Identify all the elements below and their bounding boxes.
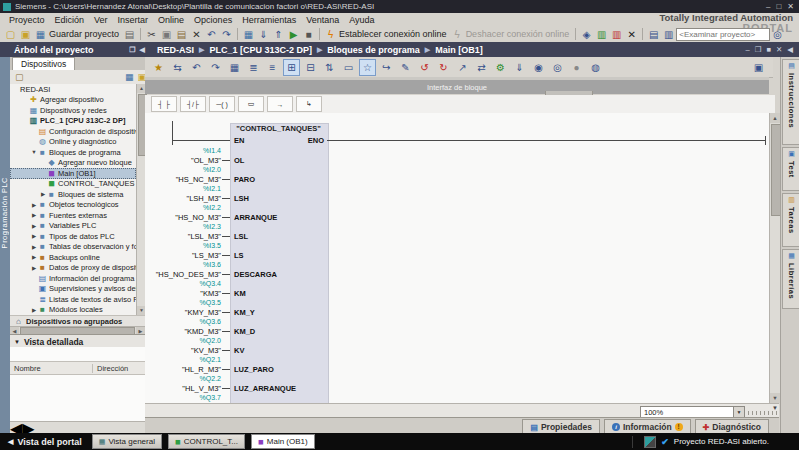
- tab-instrucciones[interactable]: ▤Instrucciones: [782, 59, 799, 145]
- menu-ver[interactable]: Ver: [89, 15, 113, 25]
- show-favorites-icon[interactable]: ☆: [359, 59, 376, 76]
- block-interface-splitter[interactable]: Interfaz de bloque: [145, 77, 769, 94]
- expander-icon[interactable]: ▶: [30, 244, 38, 250]
- taskbar-main-ob1[interactable]: ◼Main (OB1): [251, 434, 315, 449]
- tree-item-tipos-de-datos-plc[interactable]: ▶■Tipos de datos PLC: [10, 231, 136, 242]
- tree-new-item-icon[interactable]: ▢: [15, 72, 24, 82]
- breadcrumb-red-asi[interactable]: RED-ASI: [157, 45, 194, 55]
- column-direccion[interactable]: Dirección: [93, 364, 128, 373]
- tree-item-control-tanques-fc1[interactable]: ◼CONTROL_TANQUES [FC1]: [10, 179, 136, 190]
- tree-item-bloques-de-programa[interactable]: ▼■Bloques de programa: [10, 147, 136, 158]
- maximize-editor-icon[interactable]: ▣: [750, 59, 767, 76]
- pin-param[interactable]: KM_D: [234, 327, 255, 336]
- tree-item-listas-de-textos-de-aviso-plc[interactable]: ≣Listas de textos de aviso PLC: [10, 294, 136, 305]
- menu-herramientas[interactable]: Herramientas: [237, 15, 301, 25]
- update-block-calls-icon[interactable]: ↺: [416, 59, 433, 76]
- tree-item-plc-1-cpu-313c-2-dp[interactable]: ▥PLC_1 [CPU 313C-2 DP]: [10, 116, 136, 127]
- expander-icon[interactable]: ▶: [30, 212, 38, 218]
- tree-item-supervisiones-y-avisos-del-plc[interactable]: ▣Supervisiones y avisos del PLC: [10, 284, 136, 295]
- tree-item-main-ob1[interactable]: ◼Main [OB1]: [10, 168, 136, 179]
- open-branch-icon[interactable]: →: [267, 96, 293, 112]
- connect-online-button[interactable]: ϟEstablecer conexión online: [323, 27, 450, 41]
- menu-ventana[interactable]: Ventana: [301, 15, 344, 25]
- pin-tag[interactable]: "HS_NC_M3": [145, 175, 221, 184]
- keep-actual-values-icon[interactable]: ▦: [226, 59, 243, 76]
- download-to-device-icon[interactable]: ⇓: [256, 27, 271, 41]
- pin-tag[interactable]: "KV_M3": [145, 346, 221, 355]
- cut-icon[interactable]: ✂: [144, 27, 159, 41]
- compile-icon[interactable]: ▦: [241, 27, 256, 41]
- block-title[interactable]: "CONTROL_TANQUES": [230, 124, 327, 133]
- window-maximize-icon[interactable]: □: [776, 2, 781, 11]
- coil-icon[interactable]: ─( ): [209, 96, 235, 112]
- tree-item-dispositivos-y-redes[interactable]: ▦Dispositivos y redes: [10, 105, 136, 116]
- copy-icon[interactable]: ▣: [159, 27, 174, 41]
- redo-icon[interactable]: ↷: [207, 59, 224, 76]
- normally-closed-contact-icon[interactable]: ┤/├: [180, 96, 206, 112]
- tree-item-tablas-de-observaci-n-y-forzad[interactable]: ▶■Tablas de observación y forzad..: [10, 242, 136, 253]
- breakpoints-icon[interactable]: ●: [568, 59, 585, 76]
- close-all-networks-icon[interactable]: ≡: [264, 59, 281, 76]
- pin-tag[interactable]: "LSH_M3": [145, 194, 221, 203]
- expander-icon[interactable]: ▶: [30, 223, 38, 229]
- tree-item-online-y-diagn-stico[interactable]: ◍Online y diagnóstico: [10, 137, 136, 148]
- pin-param[interactable]: DESCARGA: [234, 270, 277, 279]
- breadcrumb-main-ob1[interactable]: Main [OB1]: [435, 45, 483, 55]
- expander-icon[interactable]: ▼: [30, 149, 38, 155]
- close-branch-icon[interactable]: ↳: [296, 96, 322, 112]
- auto-collapse-icon[interactable]: ❐: [129, 46, 135, 54]
- expander-icon[interactable]: ▶: [30, 307, 38, 313]
- window-close-icon[interactable]: ✕: [787, 2, 794, 11]
- pin-param[interactable]: LSH: [234, 194, 249, 203]
- zoom-slider-thumb[interactable]: ▼: [772, 405, 778, 411]
- favorites-icon[interactable]: ★: [150, 59, 167, 76]
- editor-minimize-icon[interactable]: –: [745, 45, 749, 54]
- stop-simulation-icon[interactable]: ▥: [609, 27, 624, 41]
- tree-item-objetos-tecnol-gicos[interactable]: ▶■Objetos tecnológicos: [10, 200, 136, 211]
- tree-item-informaci-n-del-programa[interactable]: ▤Información del programa: [10, 273, 136, 284]
- disconnect-online-button[interactable]: ϟDeshacer conexión online: [450, 27, 573, 41]
- open-project-icon[interactable]: ▣: [18, 27, 33, 41]
- tree-sort-icon[interactable]: ▦: [125, 72, 134, 82]
- pin-tag[interactable]: "KMD_M3": [145, 327, 221, 336]
- ladder-network-canvas[interactable]: "CONTROL_TANQUES" EN ENO %I1.4"OL_M3"OL%…: [145, 113, 769, 403]
- absolute-symbolic-operands-icon[interactable]: ⇅: [321, 59, 338, 76]
- scroll-up-icon[interactable]: ▲: [770, 113, 780, 123]
- control-tanques-block[interactable]: [230, 123, 329, 403]
- tree-item-m-dulos-locales[interactable]: ▶■Módulos locales: [10, 305, 136, 316]
- chevron-down-icon[interactable]: ▼: [733, 407, 744, 417]
- scroll-down-icon[interactable]: ▼: [770, 393, 780, 403]
- menu-ayuda[interactable]: Ayuda: [344, 15, 379, 25]
- pin-tag[interactable]: "OL_M3": [145, 156, 221, 165]
- pin-tag[interactable]: "HL_V_M3": [145, 384, 221, 393]
- save-project-button[interactable]: ▦Guardar proyecto: [33, 27, 122, 41]
- expander-icon[interactable]: ▶: [30, 202, 38, 208]
- pin-param[interactable]: KV: [234, 346, 244, 355]
- pin-tag[interactable]: "KM3": [145, 289, 221, 298]
- tree-item-variables-plc[interactable]: ▶■Variables PLC: [10, 221, 136, 232]
- accessible-devices-icon[interactable]: ◈: [579, 27, 594, 41]
- jump-to-icon[interactable]: ↪: [378, 59, 395, 76]
- expander-icon[interactable]: ▶: [30, 233, 38, 239]
- project-search-input[interactable]: [676, 28, 770, 41]
- tab-tareas[interactable]: ▥Tareas: [782, 193, 799, 247]
- tab-informaci-n[interactable]: iInformación!: [604, 419, 691, 434]
- menu-online[interactable]: Online: [153, 15, 189, 25]
- go-to-definition-icon[interactable]: ↗: [454, 59, 471, 76]
- tree-item-red-asi[interactable]: RED-ASI: [10, 84, 136, 95]
- taskbar-vista-general[interactable]: ▦Vista general: [92, 434, 162, 449]
- monitoring-off-icon[interactable]: ◎: [549, 59, 566, 76]
- empty-box-icon[interactable]: ▭: [238, 96, 264, 112]
- pin-param[interactable]: PARO: [234, 175, 255, 184]
- pin-param[interactable]: LUZ_PARO: [234, 365, 274, 374]
- pin-tag[interactable]: "LS_M3": [145, 251, 221, 260]
- pin-param[interactable]: KM_Y: [234, 308, 255, 317]
- tab-propiedades[interactable]: ▤Propiedades: [522, 419, 600, 434]
- collapse-left-panel-icon[interactable]: ◀: [140, 46, 145, 54]
- pin-param[interactable]: KM: [234, 289, 246, 298]
- start-cpu-icon[interactable]: ▶: [286, 27, 301, 41]
- cross-references-icon[interactable]: ✕: [624, 27, 639, 41]
- menu-proyecto[interactable]: Proyecto: [4, 15, 50, 25]
- editor-maximize-icon[interactable]: ■: [766, 45, 771, 54]
- pin-tag[interactable]: "LSL_M3": [145, 232, 221, 241]
